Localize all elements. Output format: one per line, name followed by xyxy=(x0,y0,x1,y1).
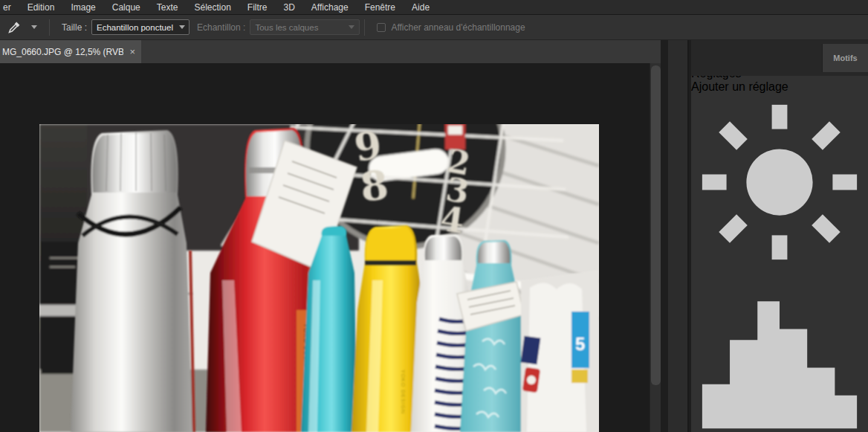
sampling-ring-label: Afficher anneau d'échantillonnage xyxy=(391,22,525,33)
sample-layers-dropdown: Tous les calques xyxy=(250,19,360,35)
bottle-wrapped-right: 5 xyxy=(521,270,599,432)
right-panel-dock: Motifs Formation Bibliothèques Réglages … xyxy=(691,40,868,432)
menu-item-affichage[interactable]: Affichage xyxy=(303,2,357,13)
photo-bottles: 9 8 2 3 4 xyxy=(39,124,599,432)
menu-item-fichier-partial[interactable]: er xyxy=(0,2,19,13)
scrollbar-thumb[interactable] xyxy=(651,65,661,385)
close-icon[interactable]: × xyxy=(129,46,135,57)
canvas-vertical-scrollbar[interactable] xyxy=(650,63,661,432)
eyedropper-icon xyxy=(7,21,21,34)
levels-icon[interactable] xyxy=(691,274,868,432)
menu-item-image[interactable]: Image xyxy=(62,2,103,13)
sample-layers-value: Tous les calques xyxy=(255,23,318,32)
photo-document[interactable]: 9 8 2 3 4 xyxy=(39,124,599,432)
sample-size-dropdown[interactable]: Echantillon ponctuel xyxy=(91,19,190,35)
document-tab[interactable]: MG_0660.JPG @ 12,5% (RVB/8) × xyxy=(0,40,141,63)
menu-item-filtre[interactable]: Filtre xyxy=(239,2,276,13)
menu-bar: er Edition Image Calque Texte Sélection … xyxy=(0,0,868,15)
options-divider xyxy=(364,19,365,36)
menu-item-fenetre[interactable]: Fenêtre xyxy=(357,2,404,13)
menu-item-edition[interactable]: Edition xyxy=(19,2,63,13)
chevron-down-icon xyxy=(179,25,185,29)
menu-item-3d[interactable]: 3D xyxy=(276,2,303,13)
tool-options-bar: Taille : Echantillon ponctuel Echantillo… xyxy=(0,15,868,40)
menu-item-texte[interactable]: Texte xyxy=(149,2,187,13)
sampling-ring-checkbox xyxy=(377,23,386,32)
panel-dock-edge xyxy=(668,40,689,432)
echantillon-label: Echantillon : xyxy=(197,22,245,33)
sample-size-value: Echantillon ponctuel xyxy=(97,23,173,32)
canvas-area[interactable]: 9 8 2 3 4 xyxy=(0,63,650,432)
menu-item-calque[interactable]: Calque xyxy=(104,2,149,13)
chevron-down-icon xyxy=(349,25,354,29)
brand-text-yellow: YOKO DESIGN xyxy=(401,370,406,414)
svg-text:8: 8 xyxy=(358,161,391,211)
panel-gutter xyxy=(661,40,691,432)
color-picker-field[interactable] xyxy=(730,76,868,284)
eyedropper-tool-button[interactable] xyxy=(0,21,45,34)
chevron-down-icon xyxy=(31,25,37,29)
document-tab-bar: MG_0660.JPG @ 12,5% (RVB/8) × xyxy=(0,40,661,63)
price-digit: 5 xyxy=(575,334,585,354)
options-divider xyxy=(49,19,50,36)
dock-top-strip: Motifs xyxy=(691,40,868,76)
photoshop-window: er Edition Image Calque Texte Sélection … xyxy=(0,0,868,432)
taille-label: Taille : xyxy=(62,22,87,33)
tab-motifs[interactable]: Motifs xyxy=(822,44,868,72)
menu-item-selection[interactable]: Sélection xyxy=(186,2,239,13)
document-tab-title: MG_0660.JPG @ 12,5% (RVB/8) xyxy=(2,47,123,57)
menu-item-aide[interactable]: Aide xyxy=(404,2,438,13)
